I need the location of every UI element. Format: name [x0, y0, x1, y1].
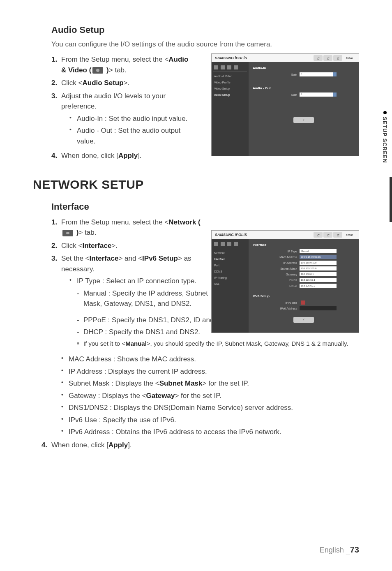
shot-field-label: IP Type [271, 250, 300, 253]
dash-icon: - [77, 315, 83, 326]
side-icon [214, 65, 218, 69]
bullet-text: Audio - Out : Set the audio output value… [77, 125, 193, 146]
shot-main-panel: Interface IP TypeManual MAC Address00:09… [249, 239, 359, 333]
shot-main-panel: Audio-In Gain 5 Audio - Out Gain 5 ✓ [249, 62, 359, 156]
shot-sidebar: Network Interface Port DDNS IP filtering… [212, 239, 249, 333]
audio-setup-desc: You can configure the I/O settings of th… [33, 40, 359, 49]
bullet-icon: • [61, 427, 69, 437]
side-icon [234, 65, 238, 69]
step-number: 4. [42, 440, 51, 451]
note-icon: ■ [77, 339, 83, 349]
shot-field-label: MAC Address [271, 256, 300, 259]
step-number: 1. [51, 217, 61, 238]
shot-field-value: 192.168.0.1 [300, 272, 337, 276]
shot-section-label: Audio - Out [253, 86, 355, 90]
side-menu-item: Video Setup [213, 86, 247, 92]
shot-field-value: 255.255.255.0 [300, 266, 337, 270]
step-text: Click <Audio Setup>. [61, 78, 193, 88]
shot-field-label: IPv6 Use [271, 301, 300, 304]
step-text: Adjust the audio I/O levels to your pref… [61, 91, 193, 148]
step-text: When done, click [Apply]. [61, 150, 193, 161]
brand-logo: SAMSUNG iPOLiS [215, 233, 247, 237]
shot-tab-icon: ◻ [314, 232, 323, 238]
interface-screenshot: SAMSUNG iPOLiS ◻ ◻ ◻ Setup Network Inter… [211, 230, 359, 333]
side-menu-item: SSL [213, 281, 247, 287]
bullet-icon: • [61, 415, 69, 425]
bullet-text: IPv6 Address : Obtains the IPv6 address … [69, 427, 281, 437]
bullet-icon: • [61, 402, 69, 413]
bullet-icon: • [69, 125, 77, 146]
side-icon [221, 242, 225, 246]
bullet-text: Audio-In : Set the audio input value. [77, 113, 187, 124]
page-footer: English _73 [320, 545, 359, 555]
shot-field-value: 168.126.63.1 [300, 278, 337, 282]
shot-tab-icon: ◻ [323, 232, 332, 238]
shot-section-label: IPv6 Setup [253, 294, 355, 298]
audio-setup-screenshot: SAMSUNG iPOLiS ◻ ◻ ◻ Setup Audio & Video… [211, 53, 359, 156]
bullet-icon: • [61, 378, 69, 389]
network-setup-heading: NETWORK SETUP [33, 178, 359, 192]
shot-field-value: 192.168.0.100 [300, 261, 337, 265]
step-text: Click <Interface>. [61, 240, 212, 251]
shot-field-value: 168.126.63.2 [300, 284, 337, 288]
step-number: 1. [51, 54, 61, 75]
bullet-text: MAC Address : Shows the MAC address. [69, 354, 196, 365]
audio-video-tab-icon [92, 67, 103, 74]
side-icon [221, 65, 225, 69]
shot-tab-icon: ◻ [333, 232, 342, 238]
shot-slider: 5 [300, 92, 337, 97]
shot-section-label: Audio-In [253, 66, 355, 70]
shot-apply-button: ✓ [293, 117, 314, 123]
side-header-item: Audio & Video [213, 73, 247, 79]
side-icon [234, 242, 238, 246]
shot-sidebar: Audio & Video Video Profile Video Setup … [212, 62, 249, 156]
step-number: 4. [51, 150, 61, 161]
bullet-text: IP Address : Displays the current IP add… [69, 366, 207, 377]
shot-tab-icon: ◻ [333, 55, 342, 61]
step-number: 3. [51, 253, 61, 312]
side-dot-icon [383, 111, 387, 114]
shot-slider: 5 [300, 72, 337, 76]
step-text: Set the <Interface> and <IPv6 Setup> as … [61, 253, 212, 312]
side-header-item: Network [213, 250, 247, 256]
shot-apply-button: ✓ [293, 317, 314, 323]
network-tab-icon [62, 230, 73, 236]
step-number: 2. [51, 78, 61, 88]
step-number: 2. [51, 240, 61, 251]
side-icon [214, 242, 218, 246]
step-number: 3. [51, 91, 61, 148]
bullet-text: Subnet Mask : Displays the <Subnet Mask>… [69, 378, 249, 389]
side-bar-marker [390, 177, 392, 222]
side-tab-label: SETUP SCREEN [382, 111, 388, 163]
bullet-icon: • [61, 391, 69, 401]
shot-setup-label: Setup [343, 55, 355, 61]
dash-text: Manual : Specify the IP address, Subnet … [83, 288, 212, 309]
shot-section-label: Interface [253, 243, 355, 247]
page-number: 73 [350, 545, 359, 554]
step-text: From the Setup menu, select the <Audio &… [61, 54, 193, 75]
interface-heading: Interface [33, 201, 359, 212]
step-text: When done, click [Apply]. [51, 440, 359, 451]
shot-tab-icon: ◻ [323, 55, 332, 61]
shot-field-label: IPv6 Address [271, 307, 300, 310]
dash-icon: - [77, 288, 83, 309]
shot-field-value [300, 306, 337, 310]
side-menu-item: Port [213, 262, 247, 268]
side-icon [227, 242, 231, 246]
side-icon [227, 65, 231, 69]
bullet-icon: • [69, 276, 77, 311]
dash-text: DHCP : Specify the DNS1 and DNS2. [83, 327, 200, 338]
step-text: From the Setup menu, select the <Network… [61, 217, 212, 238]
shot-field-label: Subnet Mask [271, 267, 300, 270]
side-menu-item: DDNS [213, 268, 247, 275]
dash-icon: - [77, 327, 83, 338]
shot-setup-label: Setup [343, 232, 355, 238]
bullet-icon: • [69, 113, 77, 124]
footer-language: English _ [320, 546, 350, 554]
bullet-icon: • [61, 354, 69, 365]
brand-logo: SAMSUNG iPOLiS [215, 56, 247, 60]
shot-field-label: IP Address [271, 261, 300, 264]
shot-field-label: Gain [271, 93, 300, 96]
side-menu-item: IP filtering [213, 275, 247, 281]
note-text: If you set it to <Manual>, you should sp… [83, 339, 348, 349]
